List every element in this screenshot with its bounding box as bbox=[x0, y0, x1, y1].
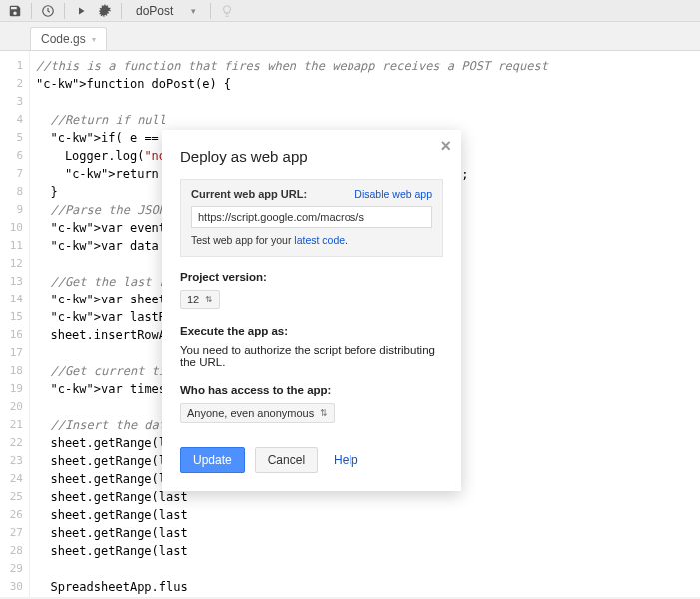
function-selector[interactable]: doPost ▾ bbox=[127, 1, 205, 21]
update-button[interactable]: Update bbox=[180, 447, 245, 473]
execute-as-label: Execute the app as: bbox=[180, 325, 443, 337]
tab-strip: Code.gs ▾ bbox=[0, 22, 700, 50]
run-icon[interactable] bbox=[70, 1, 92, 21]
toolbar: doPost ▾ bbox=[0, 0, 700, 22]
tab-code-gs[interactable]: Code.gs ▾ bbox=[30, 27, 107, 50]
toolbar-separator bbox=[210, 3, 211, 19]
current-url-label: Current web app URL: bbox=[191, 188, 307, 200]
debug-icon[interactable] bbox=[94, 1, 116, 21]
access-select[interactable]: Anyone, even anonymous ⇅ bbox=[180, 403, 335, 423]
project-version-label: Project version: bbox=[180, 271, 443, 283]
undo-history-icon[interactable] bbox=[37, 1, 59, 21]
access-label: Who has access to the app: bbox=[180, 384, 443, 396]
tab-label: Code.gs bbox=[41, 32, 86, 46]
chevron-down-icon: ▾ bbox=[191, 6, 196, 16]
updown-icon: ⇅ bbox=[320, 409, 328, 418]
toolbar-separator bbox=[64, 3, 65, 19]
latest-code-link[interactable]: latest code bbox=[294, 234, 345, 246]
access-value: Anyone, even anonymous bbox=[187, 407, 314, 419]
test-webapp-line: Test web app for your latest code. bbox=[191, 234, 432, 246]
cancel-button[interactable]: Cancel bbox=[255, 447, 318, 473]
current-url-box: Current web app URL: Disable web app htt… bbox=[180, 179, 443, 257]
project-version-select[interactable]: 12 ⇅ bbox=[180, 290, 220, 309]
disable-webapp-link[interactable]: Disable web app bbox=[354, 188, 432, 200]
toolbar-separator bbox=[31, 3, 32, 19]
authorize-note: You need to authorize the script before … bbox=[180, 344, 443, 368]
save-icon[interactable] bbox=[4, 1, 26, 21]
toolbar-separator bbox=[121, 3, 122, 19]
deploy-dialog: × Deploy as web app Current web app URL:… bbox=[162, 130, 461, 491]
lightbulb-icon[interactable] bbox=[216, 1, 238, 21]
help-link[interactable]: Help bbox=[334, 453, 358, 467]
dialog-button-row: Update Cancel Help bbox=[180, 447, 443, 473]
function-selector-value: doPost bbox=[136, 4, 173, 18]
webapp-url-field[interactable]: https://script.google.com/macros/s bbox=[191, 206, 432, 228]
close-icon[interactable]: × bbox=[440, 136, 451, 157]
chevron-down-icon: ▾ bbox=[92, 35, 96, 44]
line-gutter: 1234567891011121314151617181920212223242… bbox=[0, 51, 30, 597]
updown-icon: ⇅ bbox=[205, 296, 213, 304]
dialog-title: Deploy as web app bbox=[180, 148, 443, 165]
project-version-value: 12 bbox=[187, 294, 199, 305]
